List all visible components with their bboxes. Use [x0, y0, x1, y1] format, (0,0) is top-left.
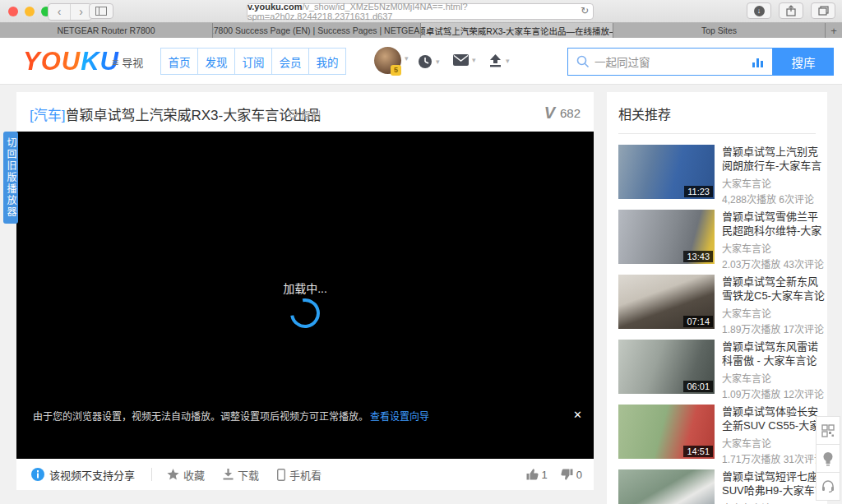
- thumbs-up-icon: [526, 469, 539, 480]
- channel-name[interactable]: 大家车言论: [722, 306, 827, 320]
- star-icon: [167, 469, 179, 480]
- chevron-down-icon: ▾: [436, 58, 440, 66]
- trending-icon[interactable]: [752, 56, 764, 68]
- level-badge: 5: [391, 65, 401, 76]
- favorite-button[interactable]: 收藏: [167, 467, 205, 483]
- video-thumbnail[interactable]: 13:43: [618, 210, 715, 264]
- search-button[interactable]: 搜库: [773, 48, 834, 76]
- tab-top-sites[interactable]: Top Sites: [613, 23, 826, 38]
- nav-discover[interactable]: 发现: [197, 48, 235, 75]
- related-list: 11:23 曾颖卓试驾上汽别克阅朗旅行车-大家车言论出... 大家车言论 4,2…: [607, 145, 827, 504]
- divider: [151, 468, 152, 481]
- channel-name[interactable]: 大家车言论: [722, 241, 827, 255]
- guide-menu[interactable]: ≡导视: [112, 54, 143, 70]
- chevron-down-icon: ▾: [405, 54, 409, 62]
- history-icon: [418, 54, 433, 69]
- related-title: 相关推荐: [607, 92, 827, 123]
- search-input[interactable]: [594, 56, 752, 68]
- channel-name[interactable]: 大家车言论: [722, 436, 827, 450]
- channel-name[interactable]: 大家车言论: [722, 501, 827, 504]
- related-video-title[interactable]: 曾颖卓试驾全新东风雪铁龙C5-大家车言论出品: [722, 275, 827, 303]
- download-icon: [223, 469, 234, 480]
- no-share-text: 该视频不支持分享: [49, 467, 135, 483]
- close-window-button[interactable]: [8, 7, 18, 16]
- list-item[interactable]: 曾颖卓试驾短评七座SUV哈弗H9-大家车言论出... 大家车言论: [618, 469, 816, 504]
- history-menu[interactable]: ▾: [418, 54, 440, 69]
- list-item[interactable]: 13:43 曾颖卓试驾雪佛兰平民超跑科尔维特-大家车言... 大家车言论 2.0…: [618, 210, 816, 264]
- downloads-icon: ↓: [754, 6, 765, 16]
- mail-icon: [453, 54, 469, 66]
- list-item[interactable]: 11:23 曾颖卓试驾上汽别克阅朗旅行车-大家车言论出... 大家车言论 4,2…: [618, 145, 816, 199]
- thumbs-up-button[interactable]: 1: [526, 469, 548, 481]
- chevron-down-icon: ▾: [472, 56, 476, 64]
- list-item[interactable]: 06:01 曾颖卓试驾东风雷诺科雷傲 - 大家车言论出品 大家车言论 1.09万…: [618, 340, 816, 394]
- address-bar[interactable]: v.youku.com/v_show/id_XMzE5NzM0MjI4NA==.…: [247, 3, 594, 20]
- customer-service-button[interactable]: [816, 472, 840, 501]
- nav-home[interactable]: 首页: [160, 48, 198, 75]
- channel-name[interactable]: 大家车言论: [722, 176, 827, 190]
- hamburger-icon: ≡: [112, 56, 118, 69]
- tab-youku-video[interactable]: 曾颖卓试驾上汽荣威RX3-大家车言论出品—在线播放—...: [421, 23, 613, 38]
- lightbulb-icon: [822, 451, 834, 466]
- category-tag[interactable]: [汽车]: [30, 108, 65, 123]
- channel-name[interactable]: 大家车言论: [722, 371, 827, 385]
- share-button[interactable]: [779, 2, 803, 19]
- related-video-title[interactable]: 曾颖卓试驾短评七座SUV哈弗H9-大家车言论出...: [722, 469, 827, 497]
- list-item[interactable]: 14:51 曾颖卓试驾体验长安全新SUV CS55-大家车言论... 大家车言论…: [618, 405, 816, 459]
- switch-old-player-tab[interactable]: 切回旧版播放器: [3, 132, 18, 224]
- video-stats: 1.71万次播放 31次评论: [722, 451, 827, 465]
- back-button[interactable]: ‹: [49, 4, 70, 20]
- phone-icon: [277, 469, 285, 481]
- site-header: YOUKU ≡导视 首页 发现 订阅 会员 我的 5 ▾ ▾ ▾: [0, 38, 842, 85]
- related-sidebar: 相关推荐 11:23 曾颖卓试驾上汽别克阅朗旅行车-大家车言论出... 大家车言…: [607, 92, 827, 504]
- video-thumbnail[interactable]: [618, 469, 715, 504]
- duration-badge: 06:01: [683, 381, 713, 392]
- youku-video-page: ‹ › v.youku.com/v_show/id_XMzE5NzM0MjI4N…: [0, 0, 842, 504]
- settings-guide-link[interactable]: 查看设置向导: [370, 409, 429, 423]
- tab-netgear-router[interactable]: NETGEAR Router R7800: [0, 23, 213, 38]
- duration-badge: 11:23: [684, 186, 713, 197]
- video-action-bar: 该视频不支持分享 收藏 下载: [16, 459, 594, 490]
- video-thumbnail[interactable]: 06:01: [618, 340, 715, 394]
- avatar-caret[interactable]: ▾: [405, 54, 409, 62]
- downloads-button[interactable]: ↓: [747, 2, 771, 19]
- reload-icon[interactable]: ↻: [581, 5, 589, 16]
- info-icon: [31, 468, 44, 481]
- upload-menu[interactable]: ▾: [488, 54, 510, 67]
- page-title: [汽车]曾颖卓试驾上汽荣威RX3-大家车言论出品: [30, 104, 321, 124]
- nav-vip[interactable]: 会员: [271, 48, 309, 75]
- window-controls: [8, 7, 51, 16]
- video-thumbnail[interactable]: 07:14: [618, 275, 715, 329]
- nav-mine[interactable]: 我的: [308, 48, 346, 75]
- watch-on-mobile-button[interactable]: 手机看: [277, 467, 322, 483]
- duration-badge: 14:51: [683, 446, 713, 457]
- related-video-title[interactable]: 曾颖卓试驾体验长安全新SUV CS55-大家车言论...: [722, 405, 827, 432]
- praise-count[interactable]: V 682: [544, 104, 581, 123]
- browser-toolbar: ‹ › v.youku.com/v_show/id_XMzE5NzM0MjI4N…: [0, 0, 842, 23]
- nav-subscribe[interactable]: 订阅: [234, 48, 272, 75]
- video-thumbnail[interactable]: 11:23: [618, 145, 715, 199]
- tab-r7800-success[interactable]: R7800 Success Page (EN) | Success Pages …: [213, 23, 421, 38]
- youku-logo[interactable]: YOUKU: [23, 47, 119, 76]
- related-video-title[interactable]: 曾颖卓试驾上汽别克阅朗旅行车-大家车言论出...: [722, 145, 827, 173]
- close-icon[interactable]: ✕: [573, 409, 582, 421]
- video-thumbnail[interactable]: 14:51: [618, 405, 715, 459]
- related-video-title[interactable]: 曾颖卓试驾雪佛兰平民超跑科尔维特-大家车言...: [722, 210, 827, 238]
- video-player[interactable]: 加载中... 由于您的浏览器设置，视频无法自动播放。调整设置项后视频方可正常播放…: [16, 132, 594, 459]
- new-tab-button[interactable]: +: [826, 23, 842, 38]
- messages-menu[interactable]: ▾: [453, 54, 476, 66]
- url-domain: v.youku.com: [248, 2, 302, 12]
- minimize-window-button[interactable]: [25, 7, 35, 16]
- floating-toolbar: [816, 417, 840, 501]
- feedback-idea-button[interactable]: [816, 444, 840, 473]
- related-video-title[interactable]: 曾颖卓试驾东风雷诺科雷傲 - 大家车言论出品: [722, 340, 827, 368]
- qr-code-button[interactable]: [816, 416, 840, 445]
- list-item[interactable]: 07:14 曾颖卓试驾全新东风雪铁龙C5-大家车言论出品 大家车言论 1.89万…: [618, 275, 816, 329]
- download-button[interactable]: 下载: [223, 467, 259, 483]
- search-box: [567, 48, 773, 76]
- thumbs-down-button[interactable]: 0: [561, 469, 582, 481]
- tab-overview-button[interactable]: [811, 2, 835, 19]
- loading-text: 加载中...: [16, 280, 594, 296]
- sidebar-toggle-button[interactable]: [89, 3, 113, 19]
- original-icon: [288, 109, 298, 120]
